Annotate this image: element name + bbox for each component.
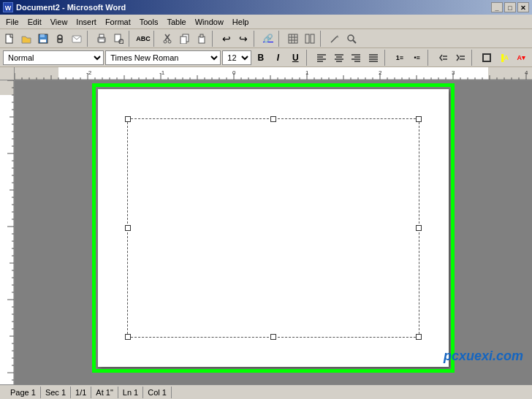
close-button[interactable]: ✕ xyxy=(517,2,529,12)
formatting-toolbar: Normal Heading 1 Heading 2 Times New Rom… xyxy=(0,48,532,67)
resize-handle-bc[interactable] xyxy=(270,334,276,340)
status-col: Col 1 xyxy=(143,387,172,398)
underline-button[interactable]: U xyxy=(287,50,303,65)
resize-handle-tr[interactable] xyxy=(416,116,422,122)
menu-help[interactable]: Help xyxy=(228,16,254,28)
style-dropdown[interactable]: Normal Heading 1 Heading 2 xyxy=(3,50,104,65)
resize-handle-tc[interactable] xyxy=(270,116,276,122)
print-button[interactable] xyxy=(94,31,110,47)
document-page xyxy=(98,89,449,367)
menu-format[interactable]: Format xyxy=(101,16,135,28)
redo-button[interactable]: ↪ xyxy=(235,31,251,47)
svg-rect-8 xyxy=(99,34,104,37)
svg-rect-52 xyxy=(483,54,490,61)
text-frame xyxy=(127,118,419,338)
zoom-button[interactable] xyxy=(343,31,360,47)
new-button[interactable] xyxy=(1,31,18,47)
title-bar: W Document2 - Microsoft Word _ □ ✕ xyxy=(0,0,532,15)
email-button[interactable] xyxy=(69,31,85,47)
increase-indent-button[interactable] xyxy=(452,50,468,65)
svg-point-16 xyxy=(168,40,171,43)
menu-file[interactable]: File xyxy=(1,16,23,28)
copy-button[interactable] xyxy=(177,31,193,47)
menu-bar: File Edit View Insert Format Tools Table… xyxy=(0,15,532,29)
menu-window[interactable]: Window xyxy=(191,16,228,28)
columns-button[interactable] xyxy=(302,31,318,47)
svg-rect-2 xyxy=(40,34,45,37)
svg-rect-9 xyxy=(99,39,104,42)
resize-handle-tl[interactable] xyxy=(125,116,131,122)
watermark: pcxuexi.com xyxy=(444,349,523,364)
status-at: At 1" xyxy=(91,387,118,398)
main-area: pcxuexi.com xyxy=(0,80,532,384)
justify-button[interactable] xyxy=(365,50,381,65)
ruler-corner xyxy=(0,67,15,80)
vertical-ruler xyxy=(0,80,15,384)
align-center-button[interactable] xyxy=(331,50,347,65)
maximize-button[interactable]: □ xyxy=(504,2,516,12)
cut-button[interactable] xyxy=(160,31,176,47)
status-ln: Ln 1 xyxy=(118,387,143,398)
svg-rect-27 xyxy=(311,34,314,43)
permission-button[interactable] xyxy=(52,31,68,47)
open-button[interactable] xyxy=(18,31,34,47)
hyperlink-button[interactable]: 🔗 xyxy=(260,31,276,47)
spell-button[interactable]: ABC xyxy=(135,31,151,47)
resize-handle-mr[interactable] xyxy=(416,225,422,231)
menu-table[interactable]: Table xyxy=(162,16,190,28)
svg-marker-29 xyxy=(337,35,338,38)
svg-rect-3 xyxy=(40,39,46,42)
print-preview-button[interactable] xyxy=(110,31,126,47)
svg-line-31 xyxy=(353,40,356,43)
menu-edit[interactable]: Edit xyxy=(23,16,46,28)
bold-button[interactable]: B xyxy=(253,50,269,65)
svg-rect-18 xyxy=(180,37,186,44)
save-button[interactable] xyxy=(35,31,51,47)
menu-tools[interactable]: Tools xyxy=(135,16,163,28)
status-bar: Page 1 Sec 1 1/1 At 1" Ln 1 Col 1 xyxy=(0,384,532,399)
align-left-button[interactable] xyxy=(314,50,330,65)
app-icon: W xyxy=(3,2,13,12)
outside-border-button[interactable] xyxy=(479,50,495,65)
menu-view[interactable]: View xyxy=(46,16,72,28)
highlight-button[interactable]: ▐A xyxy=(496,50,512,65)
align-right-button[interactable] xyxy=(349,50,365,65)
svg-rect-5 xyxy=(58,39,62,42)
font-size-dropdown[interactable]: 12 10 14 16 xyxy=(222,50,251,65)
decrease-indent-button[interactable] xyxy=(435,50,451,65)
bullets-button[interactable]: •≡ xyxy=(409,50,425,65)
table-button[interactable] xyxy=(285,31,301,47)
window-title: Document2 - Microsoft Word xyxy=(16,3,126,12)
status-sec: Sec 1 xyxy=(41,387,71,398)
ruler-container xyxy=(0,67,532,80)
resize-handle-bl[interactable] xyxy=(125,334,131,340)
window-controls: _ □ ✕ xyxy=(491,2,529,12)
paste-button[interactable] xyxy=(194,31,210,47)
resize-handle-br[interactable] xyxy=(416,334,422,340)
svg-line-12 xyxy=(123,43,123,44)
svg-rect-20 xyxy=(200,34,203,37)
font-color-button[interactable]: A▾ xyxy=(513,50,529,65)
svg-rect-26 xyxy=(305,34,309,43)
font-dropdown[interactable]: Times New Roman Arial Courier New xyxy=(105,50,221,65)
status-pages: 1/1 xyxy=(71,387,91,398)
horizontal-ruler xyxy=(15,67,532,80)
status-page: Page 1 xyxy=(6,387,41,398)
menu-insert[interactable]: Insert xyxy=(72,16,101,28)
numbering-button[interactable]: 1≡ xyxy=(392,50,408,65)
standard-toolbar: ABC ↩ ↪ 🔗 xyxy=(0,29,532,48)
resize-handle-ml[interactable] xyxy=(125,225,131,231)
minimize-button[interactable]: _ xyxy=(491,2,503,12)
svg-point-30 xyxy=(348,35,354,41)
document-area: pcxuexi.com xyxy=(15,80,532,384)
undo-button[interactable]: ↩ xyxy=(218,31,235,47)
italic-button[interactable]: I xyxy=(270,50,286,65)
svg-line-28 xyxy=(331,37,337,42)
drawing-button[interactable] xyxy=(327,31,343,47)
svg-rect-21 xyxy=(289,34,297,43)
svg-point-15 xyxy=(164,40,167,43)
